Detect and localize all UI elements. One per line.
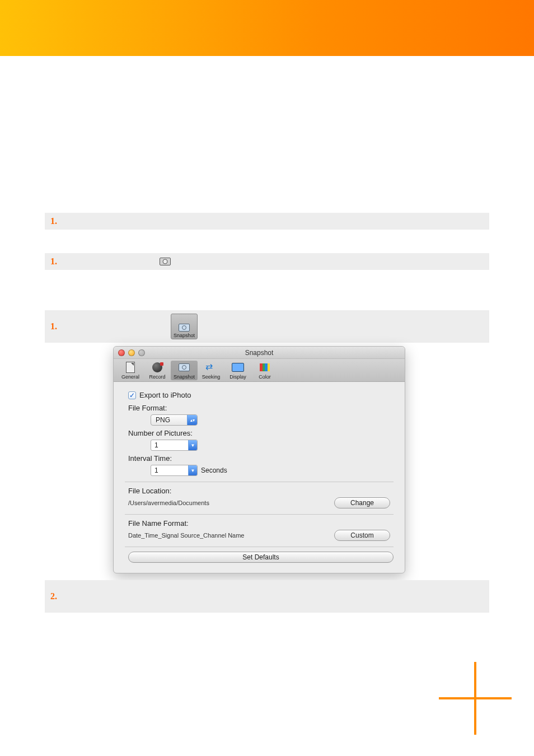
separator	[125, 547, 394, 547]
camera-icon	[179, 324, 190, 332]
file-format-select[interactable]: PNG ▴▾	[151, 414, 198, 426]
tab-label: Snapshot	[174, 374, 195, 380]
color-bars-icon	[260, 363, 270, 371]
file-location-label: File Location:	[128, 487, 394, 495]
tile-label: Snapshot	[174, 333, 195, 338]
number-of-pictures-input[interactable]: 1 ▼	[151, 440, 198, 451]
change-button[interactable]: Change	[334, 497, 390, 508]
set-defaults-button[interactable]: Set Defaults	[128, 552, 394, 563]
document-icon	[126, 362, 135, 373]
prefs-toolbar: General Record Snapshot Seeking Display …	[114, 359, 405, 382]
step-number: 1.	[50, 256, 62, 267]
tab-label: Seeking	[202, 374, 221, 380]
tab-label: General	[121, 374, 139, 380]
step-row-2: 2.	[45, 580, 489, 613]
tab-display[interactable]: Display	[224, 361, 251, 380]
file-location-value: /Users/avermedia/Documents	[128, 500, 209, 506]
tab-color[interactable]: Color	[251, 361, 278, 380]
chevron-down-icon: ▼	[188, 440, 197, 450]
interval-time-input[interactable]: 1 ▼	[151, 465, 198, 476]
interval-unit: Seconds	[201, 466, 227, 474]
camera-icon	[160, 258, 171, 265]
step-number: 2.	[50, 591, 62, 601]
tab-label: Display	[229, 374, 246, 380]
seek-icon	[205, 363, 217, 371]
window-titlebar: Snapshot	[114, 347, 405, 359]
snapshot-settings-window: Snapshot General Record Snapshot Seeking	[113, 346, 405, 573]
step-number: 1.	[50, 216, 62, 226]
tab-label: Color	[259, 374, 271, 380]
step-row-snapshot-tile: 1. Snapshot	[45, 310, 489, 343]
file-format-label: File Format:	[128, 404, 394, 412]
file-name-format-value: Date_Time_Signal Source_Channel Name	[128, 532, 245, 539]
window-title: Snapshot	[114, 349, 405, 357]
export-to-iphoto-checkbox[interactable]: ✓	[128, 391, 136, 399]
tab-seeking[interactable]: Seeking	[198, 361, 224, 380]
step-row-1: 1.	[45, 213, 489, 230]
number-of-pictures-value: 1	[151, 440, 188, 450]
chevron-updown-icon: ▴▾	[187, 415, 197, 425]
interval-time-value: 1	[151, 465, 188, 475]
record-icon	[152, 362, 162, 372]
interval-time-label: Interval Time:	[128, 454, 394, 463]
separator	[125, 482, 394, 482]
tab-snapshot[interactable]: Snapshot	[171, 361, 198, 380]
decorative-cross	[439, 662, 512, 735]
export-to-iphoto-label: Export to iPhoto	[139, 391, 191, 399]
tab-label: Record	[149, 374, 165, 380]
monitor-icon	[232, 363, 244, 372]
number-of-pictures-label: Number of Pictures:	[128, 429, 394, 437]
tab-record[interactable]: Record	[144, 361, 171, 380]
file-name-format-label: File Name Format:	[128, 519, 394, 528]
step-row-snapshot-icon: 1.	[45, 253, 489, 270]
camera-icon	[179, 363, 190, 371]
chevron-down-icon: ▼	[188, 465, 197, 475]
toolbar-snapshot-tile: Snapshot	[171, 314, 198, 339]
step-number: 1.	[50, 321, 62, 332]
file-format-value: PNG	[151, 416, 187, 424]
custom-button[interactable]: Custom	[334, 530, 390, 541]
tab-general[interactable]: General	[117, 361, 144, 380]
page-header-banner	[0, 0, 534, 56]
separator	[125, 514, 394, 515]
